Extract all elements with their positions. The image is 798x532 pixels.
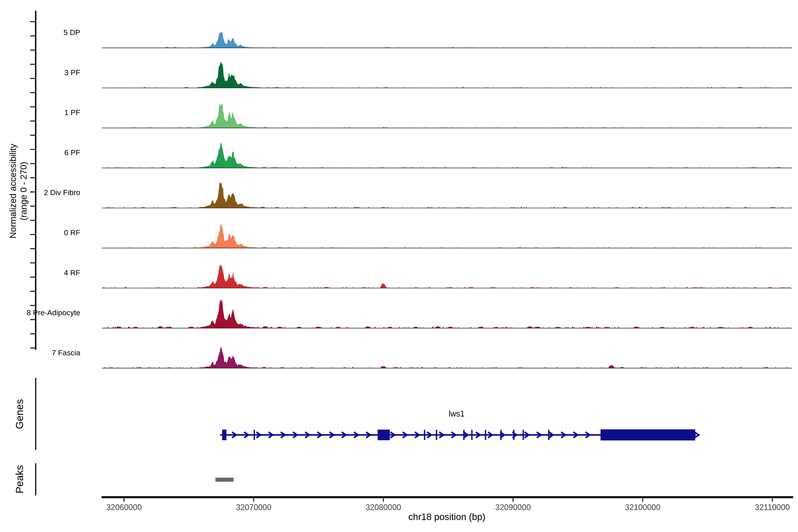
x-axis-title: chr18 position (bp) [358, 512, 535, 522]
track-label: 2 Div Fibro [5, 188, 80, 197]
x-tick-label: 32090000 [486, 503, 539, 512]
x-tick-label: 32060000 [97, 503, 151, 512]
track-label: 0 RF [5, 228, 80, 238]
x-tick-label: 32080000 [357, 503, 410, 512]
track-label: 7 Fascia [5, 348, 80, 358]
x-tick-label: 32100000 [616, 503, 669, 512]
track-label: 4 RF [5, 268, 80, 278]
x-tick-label: 32070000 [227, 503, 280, 512]
plot-canvas [0, 0, 798, 532]
track-label: 3 PF [5, 68, 80, 77]
gene-name-label: lws1 [423, 409, 490, 418]
genome-coverage-figure: Normalized accessibility (range 0 - 270)… [0, 0, 798, 532]
x-tick-label: 32110000 [746, 503, 798, 512]
track-label: 6 PF [5, 148, 80, 157]
track-label: 1 PF [5, 108, 80, 117]
track-label: 8 Pre-Adipocyte [5, 308, 80, 318]
genes-section-label: Genes [14, 399, 25, 429]
track-label: 5 DP [5, 27, 80, 37]
peaks-section-label: Peaks [14, 465, 25, 493]
